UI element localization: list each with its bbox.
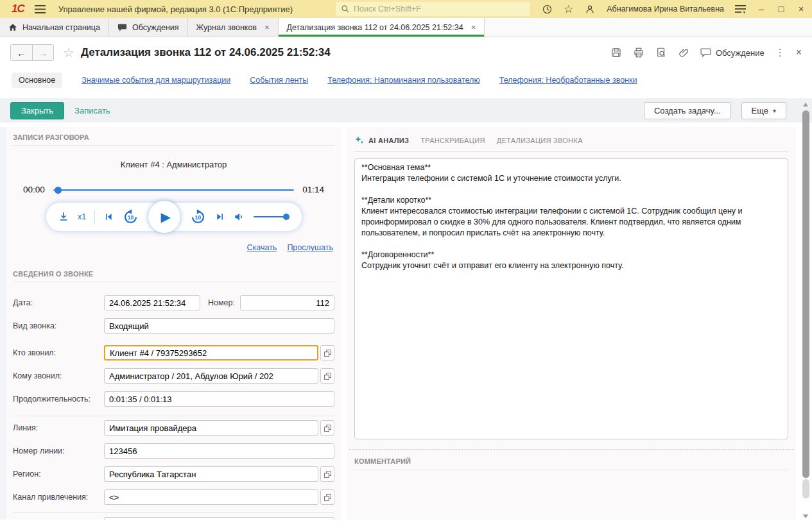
nav-link-user-reminders[interactable]: Телефония: Напоминания пользователю: [327, 76, 480, 85]
nav-link-feed-events[interactable]: События ленты: [250, 76, 308, 85]
print-icon[interactable]: [633, 47, 644, 58]
play-icon: ▶: [160, 209, 170, 225]
add-favorite-star-icon[interactable]: ☆: [63, 45, 74, 60]
tab-home[interactable]: Начальная страница: [0, 18, 109, 37]
tab-discussions[interactable]: Обсуждения: [109, 18, 188, 37]
ai-analysis-text[interactable]: **Основная тема** Интеграция телефонии с…: [354, 158, 788, 439]
field-label: Дата:: [13, 298, 104, 307]
link-icon[interactable]: [678, 47, 689, 58]
call-type-input[interactable]: Входящий: [104, 318, 334, 334]
playback-progress: 00:00 01:14: [23, 185, 324, 194]
line-number-input[interactable]: 123456: [104, 443, 334, 459]
tab-transcription[interactable]: ТРАНСКРИБАЦИЯ: [420, 137, 485, 144]
seek-slider[interactable]: [53, 186, 294, 194]
tab-label: Детализация звонка 112 от 24.06.2025 21:…: [287, 23, 463, 32]
search-input[interactable]: Поиск Ctrl+Shift+F: [336, 2, 530, 16]
service-menu-icon[interactable]: [735, 4, 746, 14]
field-label: Линия:: [13, 423, 104, 432]
open-channel-button[interactable]: [320, 489, 334, 505]
download-link[interactable]: Скачать: [247, 243, 277, 252]
field-label: Вид звонка:: [13, 321, 104, 330]
field-callee-row: Кому звонил: Администратор / 201, Абдуло…: [13, 368, 334, 384]
vertical-scrollbar[interactable]: [802, 103, 810, 518]
scroll-down-icon[interactable]: [803, 514, 808, 518]
track-label: Клиент #4 : Администратор: [6, 160, 341, 169]
partial-input[interactable]: [104, 517, 334, 520]
maximize-button[interactable]: □: [777, 4, 786, 14]
tab-label: Обсуждения: [132, 23, 179, 32]
more-button[interactable]: Еще ▾: [741, 102, 786, 119]
back-button[interactable]: ←: [11, 45, 32, 60]
tab-call-log[interactable]: Журнал звонков ×: [188, 18, 279, 37]
history-icon[interactable]: [542, 4, 553, 15]
callee-input[interactable]: Администратор / 201, Абдулов Юрий / 202: [104, 368, 318, 384]
more-actions-icon[interactable]: ⋮: [775, 47, 785, 58]
divider: [13, 416, 334, 416]
forward-10-icon[interactable]: 10: [189, 208, 207, 226]
main-menu-icon[interactable]: [35, 5, 46, 13]
favorites-star-icon[interactable]: ☆: [564, 3, 573, 16]
time-total: 01:14: [302, 185, 324, 194]
listen-link[interactable]: Прослушать: [287, 243, 333, 252]
date-input[interactable]: 24.06.2025 21:52:34: [104, 295, 200, 310]
playback-speed[interactable]: x1: [78, 212, 86, 221]
volume-icon[interactable]: [234, 211, 245, 223]
close-button[interactable]: Закрыть: [10, 102, 64, 119]
preview-icon[interactable]: [655, 47, 667, 58]
minimize-button[interactable]: –: [757, 4, 766, 14]
tab-call-detail[interactable]: Детализация звонка 112 от 24.06.2025 21:…: [279, 18, 485, 37]
discussion-button[interactable]: Обсуждение: [700, 47, 764, 58]
duration-input[interactable]: 0:01:35 / 0:01:13: [104, 391, 334, 407]
seek-handle[interactable]: [55, 187, 62, 194]
scroll-up-icon[interactable]: [803, 103, 808, 106]
volume-slider[interactable]: [254, 213, 289, 221]
create-task-button[interactable]: Создать задачу...: [644, 102, 731, 119]
skip-forward-icon[interactable]: [215, 212, 225, 222]
caller-input[interactable]: Клиент #4 / 79375293652: [104, 345, 318, 361]
comment-area[interactable]: [347, 470, 796, 509]
download-icon[interactable]: [58, 211, 69, 223]
field-line-row: Линия: Имитация провайдера: [13, 420, 334, 436]
nav-main[interactable]: Основное: [12, 72, 62, 88]
field-channel-row: Канал привлечения: <>: [13, 489, 334, 505]
tab-close-icon[interactable]: ×: [471, 22, 476, 32]
number-input[interactable]: 112: [240, 295, 334, 310]
channel-input[interactable]: <>: [104, 489, 318, 505]
region-input[interactable]: Республика Татарстан: [104, 466, 318, 482]
field-line-number-row: Номер линии: 123456: [13, 443, 334, 459]
play-button[interactable]: ▶: [148, 200, 181, 233]
form-navigation: Основное Значимые события для маршрутиза…: [0, 68, 812, 92]
open-callee-button[interactable]: [320, 368, 334, 384]
discussion-bubble-icon: [700, 47, 711, 58]
skip-back-icon[interactable]: [103, 212, 114, 222]
tab-call-detalization[interactable]: ДЕТАЛИЗАЦИЯ ЗВОНКА: [497, 137, 583, 144]
time-current: 00:00: [23, 185, 45, 194]
save-record-button[interactable]: Записать: [74, 106, 110, 115]
svg-text:10: 10: [128, 214, 134, 221]
field-label: Номер линии:: [13, 446, 104, 455]
open-line-button[interactable]: [320, 420, 334, 436]
close-window-button[interactable]: ×: [797, 4, 806, 14]
field-duration-row: Продолжительность: 0:01:35 / 0:01:13: [13, 391, 334, 407]
tab-close-icon[interactable]: ×: [264, 22, 270, 32]
user-icon[interactable]: [584, 4, 596, 15]
save-icon[interactable]: [610, 47, 622, 58]
command-bar: Закрыть Записать Создать задачу... Еще ▾: [0, 98, 812, 123]
field-call-type-row: Вид звонка: Входящий: [13, 318, 334, 334]
forward-button[interactable]: →: [32, 45, 53, 60]
field-partial-row: [13, 517, 334, 520]
user-name[interactable]: Абнагимова Ирина Витальевна: [607, 4, 724, 13]
scrollbar-thumb[interactable]: [802, 110, 809, 478]
volume-handle[interactable]: [283, 214, 289, 220]
nav-link-routing-events[interactable]: Значимые события для маршрутизации: [82, 76, 230, 85]
history-nav: ← →: [10, 44, 54, 61]
rewind-10-icon[interactable]: 10: [122, 208, 139, 226]
nav-link-unprocessed-calls[interactable]: Телефония: Необработанные звонки: [499, 76, 637, 85]
open-region-button[interactable]: [320, 466, 334, 482]
tab-ai-analysis[interactable]: AI АНАЛИЗ: [354, 135, 409, 146]
close-form-icon[interactable]: ×: [796, 47, 802, 58]
call-info-fields: Дата: 24.06.2025 21:52:34 Номер: 112 Вид…: [6, 295, 341, 520]
line-input[interactable]: Имитация провайдера: [104, 420, 318, 436]
open-caller-button[interactable]: [320, 345, 334, 361]
tab-label: Журнал звонков: [196, 23, 257, 32]
